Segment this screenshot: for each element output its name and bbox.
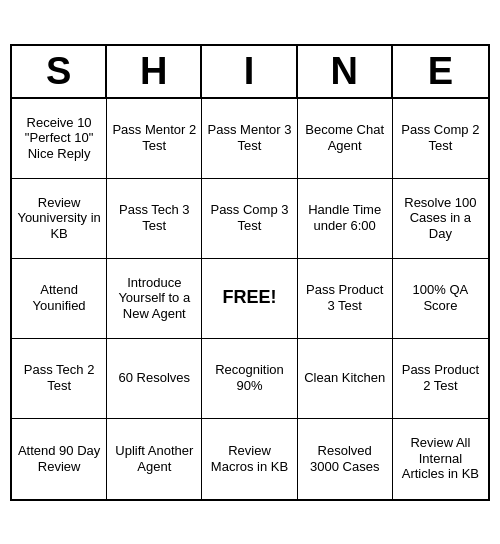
bingo-cell-23: Resolved 3000 Cases xyxy=(298,419,393,499)
bingo-cell-24: Review All Internal Articles in KB xyxy=(393,419,488,499)
bingo-cell-10: Attend Younified xyxy=(12,259,107,339)
bingo-cell-22: Review Macros in KB xyxy=(202,419,297,499)
bingo-cell-13: Pass Product 3 Test xyxy=(298,259,393,339)
bingo-cell-14: 100% QA Score xyxy=(393,259,488,339)
bingo-cell-12: FREE! xyxy=(202,259,297,339)
bingo-cell-18: Clean Kitchen xyxy=(298,339,393,419)
letter-e: E xyxy=(393,46,488,97)
letter-s: S xyxy=(12,46,107,97)
bingo-cell-9: Resolve 100 Cases in a Day xyxy=(393,179,488,259)
bingo-cell-5: Review Youniversity in KB xyxy=(12,179,107,259)
bingo-cell-0: Receive 10 "Perfect 10" Nice Reply xyxy=(12,99,107,179)
bingo-cell-3: Become Chat Agent xyxy=(298,99,393,179)
bingo-cell-15: Pass Tech 2 Test xyxy=(12,339,107,419)
bingo-header: S H I N E xyxy=(12,46,488,99)
bingo-cell-8: Handle Time under 6:00 xyxy=(298,179,393,259)
bingo-cell-2: Pass Mentor 3 Test xyxy=(202,99,297,179)
bingo-card: S H I N E Receive 10 "Perfect 10" Nice R… xyxy=(10,44,490,501)
bingo-cell-1: Pass Mentor 2 Test xyxy=(107,99,202,179)
bingo-cell-4: Pass Comp 2 Test xyxy=(393,99,488,179)
bingo-cell-21: Uplift Another Agent xyxy=(107,419,202,499)
bingo-cell-19: Pass Product 2 Test xyxy=(393,339,488,419)
letter-h: H xyxy=(107,46,202,97)
bingo-cell-16: 60 Resolves xyxy=(107,339,202,419)
bingo-cell-7: Pass Comp 3 Test xyxy=(202,179,297,259)
bingo-cell-20: Attend 90 Day Review xyxy=(12,419,107,499)
bingo-cell-17: Recognition 90% xyxy=(202,339,297,419)
bingo-cell-11: Introduce Yourself to a New Agent xyxy=(107,259,202,339)
bingo-grid: Receive 10 "Perfect 10" Nice ReplyPass M… xyxy=(12,99,488,499)
bingo-cell-6: Pass Tech 3 Test xyxy=(107,179,202,259)
letter-i: I xyxy=(202,46,297,97)
letter-n: N xyxy=(298,46,393,97)
